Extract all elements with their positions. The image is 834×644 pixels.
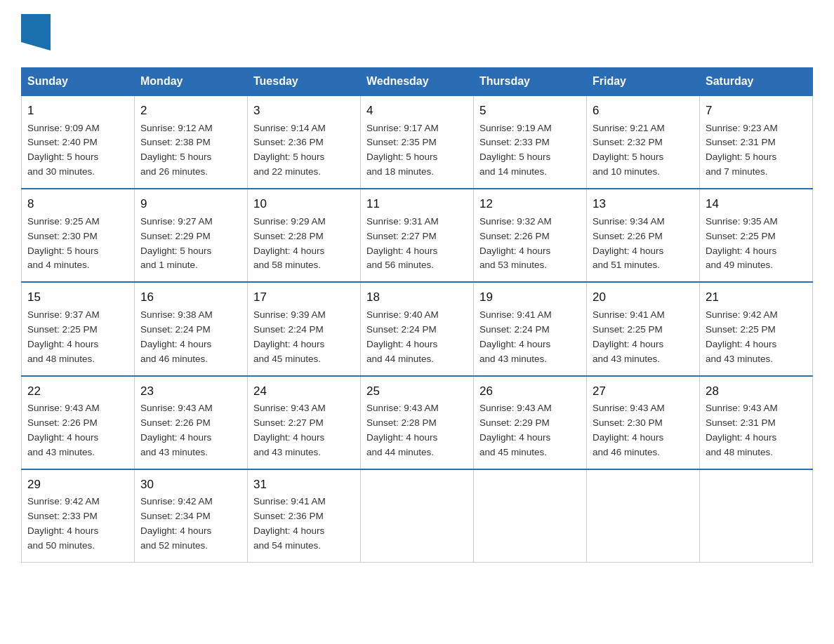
day-number: 26 [479,382,581,401]
day-number: 3 [253,102,355,120]
day-info: Sunrise: 9:25 AMSunset: 2:30 PMDaylight:… [27,216,100,271]
calendar-day-cell: 19 Sunrise: 9:41 AMSunset: 2:24 PMDaylig… [474,282,587,375]
day-number: 10 [253,195,355,213]
day-info: Sunrise: 9:42 AMSunset: 2:34 PMDaylight:… [140,496,213,551]
weekday-header: Thursday [474,68,587,96]
day-number: 29 [27,476,128,494]
svg-marker-1 [21,42,51,51]
day-info: Sunrise: 9:39 AMSunset: 2:24 PMDaylight:… [253,309,326,364]
day-number: 8 [27,195,128,213]
logo [21,14,55,53]
day-number: 28 [706,382,807,401]
day-number: 18 [366,288,468,307]
day-number: 17 [253,288,355,307]
day-number: 19 [479,288,581,307]
day-number: 25 [366,382,468,401]
day-info: Sunrise: 9:19 AMSunset: 2:33 PMDaylight:… [479,123,552,177]
calendar-day-cell [474,469,587,563]
page-header [21,14,813,53]
weekday-header: Wednesday [361,68,474,96]
day-number: 15 [27,288,128,307]
calendar-day-cell: 29 Sunrise: 9:42 AMSunset: 2:33 PMDaylig… [22,469,135,563]
calendar-day-cell: 17 Sunrise: 9:39 AMSunset: 2:24 PMDaylig… [248,282,361,375]
day-number: 16 [140,288,241,307]
day-number: 5 [479,102,581,120]
calendar-day-cell: 5 Sunrise: 9:19 AMSunset: 2:33 PMDayligh… [474,95,587,189]
day-info: Sunrise: 9:42 AMSunset: 2:33 PMDaylight:… [27,496,100,551]
day-info: Sunrise: 9:43 AMSunset: 2:28 PMDaylight:… [366,403,439,457]
calendar-day-cell: 2 Sunrise: 9:12 AMSunset: 2:38 PMDayligh… [135,95,248,189]
day-number: 20 [593,288,694,307]
day-info: Sunrise: 9:38 AMSunset: 2:24 PMDaylight:… [140,309,213,364]
day-info: Sunrise: 9:42 AMSunset: 2:25 PMDaylight:… [706,309,778,364]
day-info: Sunrise: 9:43 AMSunset: 2:31 PMDaylight:… [706,403,778,457]
day-info: Sunrise: 9:43 AMSunset: 2:26 PMDaylight:… [140,403,213,457]
day-number: 21 [706,288,807,307]
day-number: 7 [706,102,807,120]
calendar-week-row: 22 Sunrise: 9:43 AMSunset: 2:26 PMDaylig… [22,376,813,469]
day-info: Sunrise: 9:23 AMSunset: 2:31 PMDaylight:… [706,123,778,177]
calendar-week-row: 8 Sunrise: 9:25 AMSunset: 2:30 PMDayligh… [22,189,813,282]
calendar-week-row: 1 Sunrise: 9:09 AMSunset: 2:40 PMDayligh… [22,95,813,189]
day-number: 22 [27,382,128,401]
calendar-day-cell: 9 Sunrise: 9:27 AMSunset: 2:29 PMDayligh… [135,189,248,282]
day-number: 14 [706,195,807,213]
day-number: 13 [593,195,694,213]
day-info: Sunrise: 9:35 AMSunset: 2:25 PMDaylight:… [706,216,778,271]
day-number: 23 [140,382,241,401]
day-number: 31 [253,476,355,494]
calendar-day-cell: 15 Sunrise: 9:37 AMSunset: 2:25 PMDaylig… [22,282,135,375]
day-info: Sunrise: 9:41 AMSunset: 2:25 PMDaylight:… [593,309,665,364]
calendar-day-cell: 11 Sunrise: 9:31 AMSunset: 2:27 PMDaylig… [361,189,474,282]
calendar-week-row: 15 Sunrise: 9:37 AMSunset: 2:25 PMDaylig… [22,282,813,375]
calendar-day-cell: 12 Sunrise: 9:32 AMSunset: 2:26 PMDaylig… [474,189,587,282]
day-info: Sunrise: 9:12 AMSunset: 2:38 PMDaylight:… [140,123,213,177]
weekday-header: Sunday [22,68,135,96]
day-info: Sunrise: 9:41 AMSunset: 2:36 PMDaylight:… [253,496,326,551]
day-info: Sunrise: 9:14 AMSunset: 2:36 PMDaylight:… [253,123,326,177]
calendar-day-cell: 18 Sunrise: 9:40 AMSunset: 2:24 PMDaylig… [361,282,474,375]
svg-rect-0 [21,14,51,42]
calendar-day-cell [361,469,474,563]
calendar-day-cell: 7 Sunrise: 9:23 AMSunset: 2:31 PMDayligh… [700,95,813,189]
weekday-header: Friday [587,68,700,96]
day-number: 2 [140,102,241,120]
weekday-header-row: SundayMondayTuesdayWednesdayThursdayFrid… [22,68,813,96]
day-info: Sunrise: 9:43 AMSunset: 2:27 PMDaylight:… [253,403,326,457]
weekday-header: Tuesday [248,68,361,96]
calendar-day-cell: 20 Sunrise: 9:41 AMSunset: 2:25 PMDaylig… [587,282,700,375]
day-info: Sunrise: 9:34 AMSunset: 2:26 PMDaylight:… [593,216,665,271]
calendar-day-cell: 22 Sunrise: 9:43 AMSunset: 2:26 PMDaylig… [22,376,135,469]
calendar-day-cell: 31 Sunrise: 9:41 AMSunset: 2:36 PMDaylig… [248,469,361,563]
day-info: Sunrise: 9:27 AMSunset: 2:29 PMDaylight:… [140,216,213,271]
day-info: Sunrise: 9:43 AMSunset: 2:30 PMDaylight:… [593,403,665,457]
calendar-day-cell: 27 Sunrise: 9:43 AMSunset: 2:30 PMDaylig… [587,376,700,469]
day-info: Sunrise: 9:31 AMSunset: 2:27 PMDaylight:… [366,216,439,271]
day-info: Sunrise: 9:09 AMSunset: 2:40 PMDaylight:… [27,123,100,177]
day-info: Sunrise: 9:41 AMSunset: 2:24 PMDaylight:… [479,309,552,364]
weekday-header: Saturday [700,68,813,96]
day-number: 1 [27,102,128,120]
calendar-day-cell: 16 Sunrise: 9:38 AMSunset: 2:24 PMDaylig… [135,282,248,375]
calendar-table: SundayMondayTuesdayWednesdayThursdayFrid… [21,67,813,563]
weekday-header: Monday [135,68,248,96]
calendar-day-cell: 6 Sunrise: 9:21 AMSunset: 2:32 PMDayligh… [587,95,700,189]
calendar-day-cell [587,469,700,563]
calendar-day-cell: 24 Sunrise: 9:43 AMSunset: 2:27 PMDaylig… [248,376,361,469]
calendar-week-row: 29 Sunrise: 9:42 AMSunset: 2:33 PMDaylig… [22,469,813,563]
calendar-day-cell [700,469,813,563]
calendar-day-cell: 23 Sunrise: 9:43 AMSunset: 2:26 PMDaylig… [135,376,248,469]
calendar-day-cell: 14 Sunrise: 9:35 AMSunset: 2:25 PMDaylig… [700,189,813,282]
day-number: 9 [140,195,241,213]
calendar-day-cell: 21 Sunrise: 9:42 AMSunset: 2:25 PMDaylig… [700,282,813,375]
day-number: 27 [593,382,694,401]
day-info: Sunrise: 9:37 AMSunset: 2:25 PMDaylight:… [27,309,100,364]
calendar-day-cell: 4 Sunrise: 9:17 AMSunset: 2:35 PMDayligh… [361,95,474,189]
day-info: Sunrise: 9:17 AMSunset: 2:35 PMDaylight:… [366,123,439,177]
calendar-day-cell: 13 Sunrise: 9:34 AMSunset: 2:26 PMDaylig… [587,189,700,282]
calendar-day-cell: 8 Sunrise: 9:25 AMSunset: 2:30 PMDayligh… [22,189,135,282]
day-info: Sunrise: 9:21 AMSunset: 2:32 PMDaylight:… [593,123,665,177]
calendar-day-cell: 25 Sunrise: 9:43 AMSunset: 2:28 PMDaylig… [361,376,474,469]
day-number: 11 [366,195,468,213]
day-number: 6 [593,102,694,120]
